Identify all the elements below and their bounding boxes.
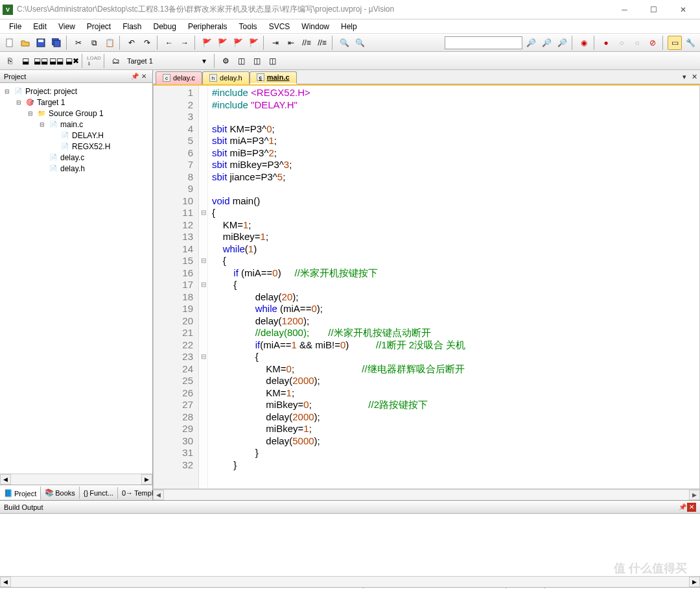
pin-icon[interactable]: 📌	[678, 503, 687, 512]
menu-svcs[interactable]: SVCS	[264, 21, 296, 32]
uncomment-icon[interactable]: //≡	[315, 36, 329, 50]
menu-view[interactable]: View	[53, 21, 80, 32]
tree-target[interactable]: ⊟🎯Target 1	[1, 97, 151, 108]
pane-close-icon[interactable]: ✕	[687, 503, 696, 512]
project-pane-header: Project 📌 ✕	[0, 70, 152, 83]
project-tab-books[interactable]: 📚Books	[41, 487, 80, 499]
toolbar-build: ⎘ ⬓ ⬓⬓ ⬓⬓ ⬓✖ LOAD⬇ 🗂 Target 1 ▾ ⚙ ◫ ◫ ◫	[0, 52, 700, 70]
scroll-right-icon[interactable]: ▶	[689, 490, 700, 500]
tree-file-delayh[interactable]: 📄DELAY.H	[1, 130, 151, 141]
editor-tab-main-c[interactable]: cmain.c	[250, 71, 297, 84]
bookmark-clear-icon[interactable]: 🚩	[246, 36, 261, 50]
editor-tab-delay-h[interactable]: hdelay.h	[202, 71, 250, 84]
bp-enable-icon[interactable]: ○	[614, 36, 629, 50]
nav-fwd-icon[interactable]: →	[178, 36, 192, 50]
download-icon[interactable]: LOAD⬇	[87, 54, 101, 68]
project-tree[interactable]: ⊟📄Project: project ⊟🎯Target 1 ⊟📁Source G…	[0, 83, 152, 474]
manage3-icon[interactable]: ◫	[266, 54, 280, 68]
titlebar: V C:\Users\Administrator\Desktop\stc工程8.…	[0, 0, 700, 19]
nav-back-icon[interactable]: ←	[162, 36, 176, 50]
save-icon[interactable]	[34, 36, 48, 50]
svg-rect-4	[54, 40, 60, 47]
target-options-icon[interactable]: 🗂	[109, 54, 123, 68]
menu-project[interactable]: Project	[82, 21, 116, 32]
fold-column[interactable]: ⊟ ⊟ ⊟ ⊟	[199, 86, 208, 488]
manage2-icon[interactable]: ◫	[250, 54, 264, 68]
bookmark-next-icon[interactable]: 🚩	[231, 36, 245, 50]
rebuild-icon[interactable]: ⬓⬓	[34, 54, 48, 68]
minimize-button[interactable]: ─	[610, 1, 639, 19]
scroll-left-icon[interactable]: ◀	[153, 490, 164, 500]
undo-icon[interactable]: ↶	[124, 36, 139, 50]
maximize-button[interactable]: ☐	[639, 1, 668, 19]
tab-dropdown-icon[interactable]: ▾	[680, 73, 689, 81]
find-prev-icon[interactable]: 🔎	[539, 36, 554, 50]
menu-flash[interactable]: Flash	[117, 21, 146, 32]
code-text[interactable]: #include <REGX52.H>#include "DELAY.H" sb…	[208, 86, 699, 488]
close-button[interactable]: ✕	[668, 1, 697, 19]
batch-icon[interactable]: ⬓⬓	[49, 54, 64, 68]
paste-icon[interactable]: 📋	[102, 36, 117, 50]
find-next-icon[interactable]: 🔎	[524, 36, 538, 50]
comment-icon[interactable]: //≡	[299, 36, 314, 50]
editor-hscroll[interactable]: ◀ ▶	[153, 489, 700, 500]
window-title: C:\Users\Administrator\Desktop\stc工程8.13…	[17, 4, 610, 15]
menu-peripherals[interactable]: Peripherals	[183, 21, 233, 32]
bookmark-icon[interactable]: 🚩	[200, 36, 214, 50]
find-infiles-icon[interactable]: 🔎	[555, 36, 569, 50]
find-macro-icon[interactable]: 🔍	[337, 36, 351, 50]
file-icon: c	[163, 74, 170, 82]
outdent-icon[interactable]: ⇤	[284, 36, 298, 50]
bp-disable-icon[interactable]: ○	[630, 36, 644, 50]
tab-close-icon[interactable]: ✕	[689, 73, 700, 81]
menu-debug[interactable]: Debug	[148, 21, 181, 32]
menu-window[interactable]: Window	[296, 21, 334, 32]
stop-build-icon[interactable]: ⬓✖	[65, 54, 79, 68]
tree-file-regx52[interactable]: 📄REGX52.H	[1, 141, 151, 152]
bookmark-prev-icon[interactable]: 🚩	[215, 36, 229, 50]
build-output-body[interactable]	[0, 514, 700, 576]
target-dropdown-icon[interactable]: ▾	[197, 54, 211, 68]
pane-close-icon[interactable]: ✕	[139, 72, 148, 81]
configure-icon[interactable]: 🔧	[683, 36, 697, 50]
menu-help[interactable]: Help	[336, 21, 362, 32]
find-field[interactable]	[445, 36, 522, 49]
menu-edit[interactable]: Edit	[28, 21, 52, 32]
project-hscroll[interactable]: ◀ ▶	[0, 474, 152, 485]
tree-file-delayh2[interactable]: 📄delay.h	[1, 163, 151, 174]
tree-root[interactable]: ⊟📄Project: project	[1, 86, 151, 97]
project-tab-project[interactable]: 📘Project	[0, 486, 41, 499]
menu-file[interactable]: File	[4, 21, 27, 32]
saveall-icon[interactable]	[49, 36, 64, 50]
cut-icon[interactable]: ✂	[71, 36, 86, 50]
copy-icon[interactable]: ⧉	[87, 36, 101, 50]
tree-file-main[interactable]: ⊟📄main.c	[1, 119, 151, 130]
svg-rect-0	[6, 39, 12, 47]
watermark: 值 什么值得买	[614, 560, 687, 576]
options-icon[interactable]: ⚙	[219, 54, 233, 68]
target-label: Target 1	[124, 57, 156, 65]
build-output-title: Build Output	[4, 503, 43, 511]
new-icon[interactable]	[3, 36, 17, 50]
indent-icon[interactable]: ⇥	[268, 36, 283, 50]
tree-file-delayc[interactable]: 📄delay.c	[1, 152, 151, 163]
build-icon[interactable]: ⬓	[18, 54, 32, 68]
window-icon[interactable]: ▭	[668, 36, 682, 50]
line-gutter: 1234567891011121314151617181920212223242…	[154, 86, 199, 488]
project-tab-functions[interactable]: {}Funct...	[80, 487, 118, 499]
editor-tab-delay-c[interactable]: cdelay.c	[156, 71, 202, 84]
redo-icon[interactable]: ↷	[140, 36, 154, 50]
menu-tools[interactable]: Tools	[234, 21, 262, 32]
bp-killall-icon[interactable]: ⊘	[646, 36, 660, 50]
bp-insert-icon[interactable]: ●	[599, 36, 613, 50]
tree-group[interactable]: ⊟📁Source Group 1	[1, 108, 151, 119]
translate-icon[interactable]: ⎘	[3, 54, 17, 68]
code-editor[interactable]: 1234567891011121314151617181920212223242…	[153, 84, 700, 489]
pin-icon[interactable]: 📌	[130, 72, 139, 81]
build-output-hscroll[interactable]: ◀ ▶	[0, 576, 700, 587]
svg-rect-2	[38, 40, 43, 42]
open-icon[interactable]	[18, 36, 32, 50]
find-icon[interactable]: 🔍	[353, 36, 367, 50]
manage-icon[interactable]: ◫	[235, 54, 249, 68]
debug-icon[interactable]: ◉	[577, 36, 591, 50]
